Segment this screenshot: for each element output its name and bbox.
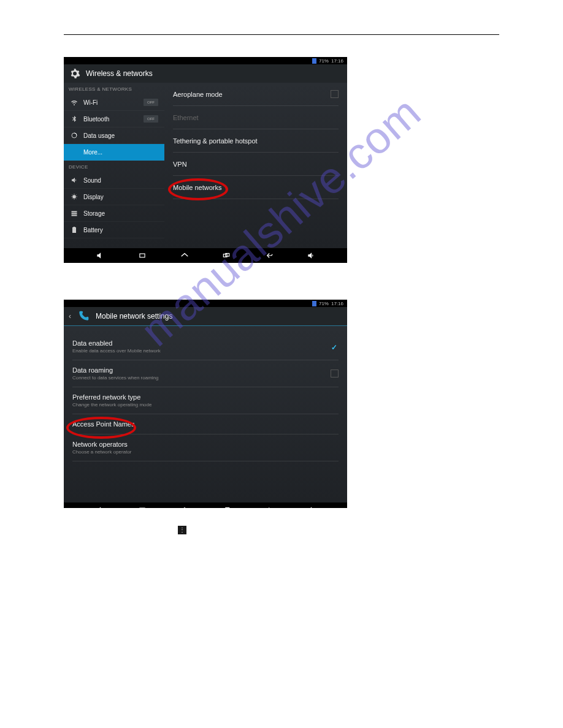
sidebar-item-label: Display bbox=[83, 194, 104, 200]
svg-rect-3 bbox=[72, 215, 77, 216]
back-icon[interactable] bbox=[262, 504, 275, 508]
item-subtitle: Enable data access over Mobile network bbox=[72, 348, 161, 354]
item-tethering[interactable]: Tethering & portable hotspot bbox=[173, 129, 339, 153]
title-bar: ‹ Mobile network settings bbox=[64, 307, 347, 325]
sidebar-item-display[interactable]: Display bbox=[64, 189, 164, 205]
sidebar-item-label: Storage bbox=[83, 210, 105, 217]
volume-down-icon[interactable] bbox=[94, 504, 106, 508]
sidebar-header-wireless: WIRELESS & NETWORKS bbox=[64, 83, 164, 94]
battery-pct: 71% bbox=[319, 58, 329, 64]
item-title: Preferred network type bbox=[72, 393, 151, 401]
item-aeroplane-mode[interactable]: Aeroplane mode bbox=[173, 83, 339, 106]
item-title: Data enabled bbox=[72, 339, 161, 347]
sidebar-item-more[interactable]: More... bbox=[64, 144, 164, 161]
item-label: Ethernet bbox=[173, 114, 199, 121]
item-preferred-network-type[interactable]: Preferred network type Change the networ… bbox=[72, 387, 339, 414]
item-label: Tethering & portable hotspot bbox=[173, 137, 258, 145]
sidebar-item-label: Sound bbox=[83, 177, 101, 184]
checkbox-unchecked[interactable] bbox=[331, 370, 339, 377]
svg-rect-2 bbox=[72, 213, 77, 214]
item-access-point-names[interactable]: Access Point Names bbox=[72, 414, 339, 434]
aeroplane-checkbox[interactable] bbox=[331, 90, 339, 98]
data-usage-icon bbox=[70, 131, 79, 140]
item-network-operators[interactable]: Network operators Choose a network opera… bbox=[72, 434, 339, 461]
item-vpn[interactable]: VPN bbox=[173, 153, 339, 176]
sidebar-item-label: Wi-Fi bbox=[83, 99, 98, 106]
sidebar-item-label: More... bbox=[83, 149, 102, 156]
item-ethernet: Ethernet bbox=[173, 106, 339, 129]
right-pane: Aeroplane mode Ethernet Tethering & port… bbox=[164, 83, 347, 248]
nav-bar bbox=[64, 502, 347, 508]
sidebar-item-label: Bluetooth bbox=[83, 116, 109, 123]
volume-up-icon[interactable] bbox=[305, 504, 317, 508]
page-title: Mobile network settings bbox=[96, 312, 172, 320]
battery-icon bbox=[70, 226, 79, 234]
item-subtitle: Connect to data services when roaming bbox=[72, 375, 159, 381]
svg-rect-1 bbox=[72, 211, 77, 213]
sidebar-item-data-usage[interactable]: Data usage bbox=[64, 127, 164, 144]
settings-gear-icon bbox=[69, 67, 81, 80]
overflow-menu-icon: ⋮ bbox=[178, 526, 186, 534]
clock: 17:16 bbox=[331, 58, 343, 64]
bluetooth-toggle[interactable]: OFF bbox=[144, 115, 158, 123]
wifi-toggle[interactable]: OFF bbox=[144, 99, 158, 106]
title-bar: Wireless & networks bbox=[64, 64, 347, 83]
sidebar-item-label: Battery bbox=[83, 227, 103, 233]
item-data-enabled[interactable]: Data enabled Enable data access over Mob… bbox=[72, 333, 339, 360]
back-icon[interactable] bbox=[262, 249, 275, 262]
battery-icon bbox=[312, 301, 316, 306]
nav-bar bbox=[64, 248, 347, 263]
item-label: Aeroplane mode bbox=[173, 91, 223, 98]
home-icon[interactable] bbox=[178, 249, 191, 262]
home-icon[interactable] bbox=[178, 504, 191, 508]
title-underline bbox=[64, 325, 347, 326]
item-title: Access Point Names bbox=[72, 420, 134, 428]
display-icon bbox=[70, 192, 79, 201]
screenshot-wireless-networks: 71% 17:16 Wireless & networks WIRELESS &… bbox=[64, 57, 347, 263]
multitask-icon[interactable] bbox=[220, 504, 232, 508]
top-rule bbox=[64, 34, 499, 35]
bluetooth-icon bbox=[70, 115, 79, 123]
back-chevron-icon[interactable]: ‹ bbox=[69, 312, 71, 320]
item-label: Mobile networks bbox=[173, 184, 221, 191]
battery-icon bbox=[312, 58, 316, 64]
sidebar-header-device: DEVICE bbox=[64, 161, 164, 172]
item-mobile-networks[interactable]: Mobile networks bbox=[173, 176, 339, 199]
battery-pct: 71% bbox=[319, 301, 329, 306]
clock: 17:16 bbox=[331, 301, 343, 306]
status-bar: 71% 17:16 bbox=[64, 300, 347, 307]
sidebar-item-sound[interactable]: Sound bbox=[64, 172, 164, 189]
volume-up-icon[interactable] bbox=[305, 249, 317, 262]
item-subtitle: Choose a network operator bbox=[72, 449, 132, 455]
page-title: Wireless & networks bbox=[86, 69, 153, 78]
volume-down-icon[interactable] bbox=[94, 249, 106, 262]
storage-icon bbox=[70, 209, 79, 218]
sidebar-item-storage[interactable]: Storage bbox=[64, 205, 164, 222]
item-data-roaming[interactable]: Data roaming Connect to data services wh… bbox=[72, 360, 339, 387]
sound-icon bbox=[70, 176, 79, 184]
sidebar-item-wifi[interactable]: Wi-Fi OFF bbox=[64, 94, 164, 111]
sidebar-item-label: Data usage bbox=[83, 132, 115, 139]
item-label: VPN bbox=[173, 161, 187, 168]
screenshot-mobile-network-settings: 71% 17:16 ‹ Mobile network settings Data… bbox=[64, 300, 347, 508]
recent-apps-icon[interactable] bbox=[136, 249, 148, 262]
multitask-icon[interactable] bbox=[220, 249, 232, 262]
settings-sidebar: WIRELESS & NETWORKS Wi-Fi OFF Bluetooth … bbox=[64, 83, 164, 248]
status-bar: 71% 17:16 bbox=[64, 57, 347, 64]
wifi-icon bbox=[70, 98, 79, 107]
svg-rect-9 bbox=[226, 508, 229, 509]
item-title: Data roaming bbox=[72, 366, 159, 374]
item-title: Network operators bbox=[72, 441, 132, 448]
recent-apps-icon[interactable] bbox=[136, 504, 148, 508]
sidebar-item-battery[interactable]: Battery bbox=[64, 222, 164, 238]
item-subtitle: Change the network operating mode bbox=[72, 402, 151, 408]
phone-icon bbox=[76, 309, 91, 324]
svg-rect-4 bbox=[140, 254, 145, 257]
sidebar-item-bluetooth[interactable]: Bluetooth OFF bbox=[64, 111, 164, 127]
checkbox-checked-icon[interactable]: ✓ bbox=[331, 343, 339, 351]
